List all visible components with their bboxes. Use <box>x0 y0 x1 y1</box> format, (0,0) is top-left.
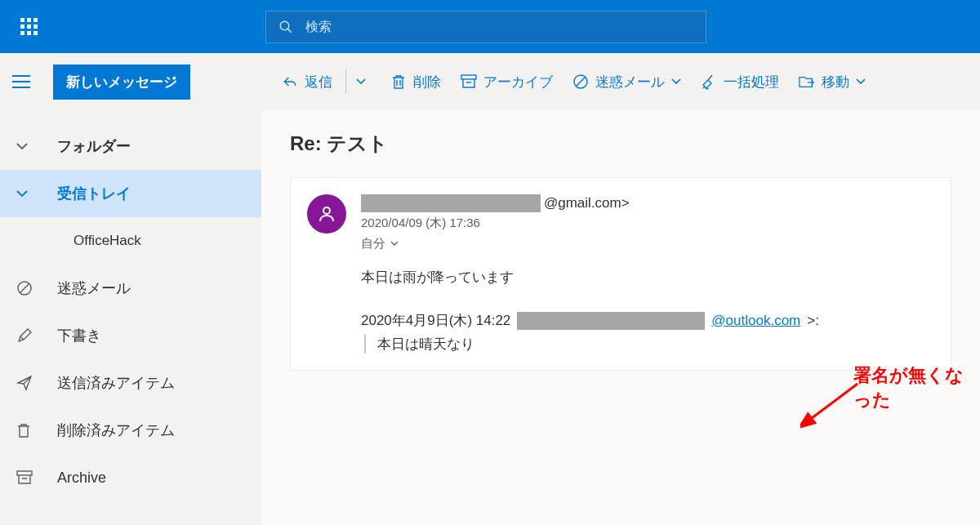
sidebar-item-officehack[interactable]: OfficeHack <box>0 217 261 265</box>
app-launcher-button[interactable] <box>12 11 45 43</box>
sidebar-item-label: 迷惑メール <box>57 278 131 298</box>
sidebar-item-drafts[interactable]: 下書き <box>0 312 261 359</box>
archive-icon <box>461 73 477 90</box>
search-icon <box>278 20 293 34</box>
sender-line: @gmail.com> <box>361 194 934 212</box>
sidebar-item-sent[interactable]: 送信済みアイテム <box>0 359 261 407</box>
chevron-down-icon <box>671 78 681 85</box>
sweep-button[interactable]: 一括処理 <box>691 66 789 98</box>
redacted-name <box>517 312 705 330</box>
message-body-line: 本日は雨が降っています <box>361 268 934 287</box>
waffle-icon <box>20 18 38 35</box>
send-icon <box>16 375 33 391</box>
delete-label: 削除 <box>413 73 441 91</box>
search-box[interactable] <box>265 11 706 43</box>
quoted-date: 2020年4月9日(木) 14:22 <box>361 311 510 330</box>
command-bar: 新しいメッセージ 返信 削除 アーカイブ 迷惑メール 一括処理 <box>0 53 980 110</box>
chevron-down-icon <box>856 78 866 85</box>
delete-button[interactable]: 削除 <box>381 66 451 98</box>
folder-pane: フォルダー 受信トレイ OfficeHack 迷惑メール 下書き <box>0 110 261 525</box>
app-header <box>0 0 980 53</box>
redacted-name <box>361 194 541 212</box>
annotation-text: 署名が無くなった <box>853 363 980 412</box>
sidebar-item-inbox[interactable]: 受信トレイ <box>0 170 261 217</box>
new-message-button[interactable]: 新しいメッセージ <box>53 65 190 100</box>
reply-dropdown[interactable] <box>350 72 372 91</box>
trash-icon <box>390 73 407 90</box>
pencil-icon <box>16 327 33 344</box>
svg-line-1 <box>287 29 292 33</box>
sweep-label: 一括処理 <box>724 73 779 91</box>
archive-label: アーカイブ <box>483 73 553 91</box>
svg-rect-5 <box>461 75 476 79</box>
junk-button[interactable]: 迷惑メール <box>563 66 691 98</box>
move-icon <box>799 73 815 90</box>
junk-icon <box>16 280 33 296</box>
reply-icon <box>282 73 298 90</box>
folders-header[interactable]: フォルダー <box>0 122 261 170</box>
junk-label: 迷惑メール <box>595 73 665 91</box>
sidebar-item-label: OfficeHack <box>74 233 141 249</box>
reply-label: 返信 <box>305 73 332 91</box>
chevron-down-icon <box>16 142 33 150</box>
recipient-text: 自分 <box>361 236 385 251</box>
sidebar-item-junk[interactable]: 迷惑メール <box>0 265 261 312</box>
quoted-tail: >: <box>807 313 819 329</box>
sidebar-item-deleted[interactable]: 削除済みアイテム <box>0 407 261 454</box>
sidebar-item-label: Archive <box>57 469 106 487</box>
sender-email-suffix: @gmail.com> <box>544 195 630 211</box>
annotation-arrow <box>800 380 866 429</box>
quoted-body: 本日は晴天なり <box>364 335 934 354</box>
hamburger-button[interactable] <box>12 75 45 88</box>
reply-button[interactable]: 返信 <box>272 66 342 98</box>
avatar <box>307 194 346 234</box>
sidebar-item-label: 受信トレイ <box>57 184 131 203</box>
svg-line-12 <box>808 384 858 420</box>
message-recipient[interactable]: 自分 <box>361 236 934 251</box>
svg-rect-10 <box>17 471 32 475</box>
person-icon <box>317 204 336 224</box>
sidebar-item-archive[interactable]: Archive <box>0 454 261 501</box>
move-button[interactable]: 移動 <box>789 66 875 98</box>
archive-icon <box>16 470 33 485</box>
separator <box>345 69 346 94</box>
sidebar-item-label: 下書き <box>57 326 101 345</box>
chevron-down-icon <box>16 189 33 198</box>
archive-button[interactable]: アーカイブ <box>451 66 563 98</box>
svg-line-9 <box>20 283 29 293</box>
sidebar-item-label: 送信済みアイテム <box>57 373 175 393</box>
message-card: @gmail.com> 2020/04/09 (木) 17:36 自分 本日は雨… <box>290 177 951 371</box>
reading-pane: Re: テスト @gmail.com> 2020/04/09 (木) 17:36… <box>261 110 980 525</box>
trash-icon <box>16 422 33 438</box>
folders-label: フォルダー <box>57 136 131 156</box>
svg-line-7 <box>576 77 586 87</box>
quoted-header: 2020年4月9日(木) 14:22 @outlook.com>: <box>361 311 934 330</box>
message-date: 2020/04/09 (木) 17:36 <box>361 216 934 231</box>
chevron-down-icon <box>390 241 399 247</box>
junk-icon <box>572 73 589 90</box>
broom-icon <box>701 73 717 90</box>
quoted-email-link[interactable]: @outlook.com <box>711 313 800 329</box>
message-subject: Re: テスト <box>290 131 951 157</box>
svg-point-0 <box>280 21 289 30</box>
search-input[interactable] <box>305 20 693 34</box>
sidebar-item-label: 削除済みアイテム <box>57 420 175 440</box>
svg-point-11 <box>323 207 330 214</box>
move-label: 移動 <box>822 73 849 91</box>
